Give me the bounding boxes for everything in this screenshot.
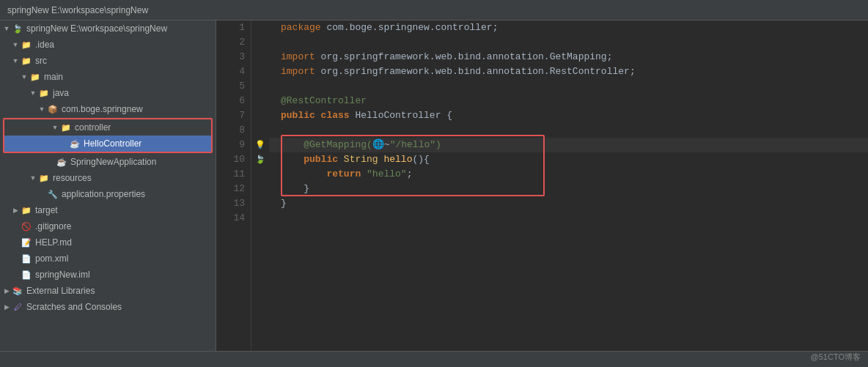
gutter-line	[251, 211, 269, 226]
sidebar-item-java[interactable]: 📁java	[0, 85, 216, 101]
tree-arrow	[38, 105, 45, 113]
folder-java-icon: 📁	[38, 87, 50, 99]
sidebar-item-label: main	[44, 72, 216, 82]
sidebar-item-label: springNew.iml	[35, 270, 216, 280]
sidebar-item-resources[interactable]: 📁resources	[0, 170, 216, 186]
code-line: }	[269, 182, 868, 196]
sidebar-highlight-box: 📁controller☕HelloController	[3, 118, 213, 153]
code-line	[269, 79, 868, 94]
line-number: 12	[216, 182, 245, 196]
sidebar-item-pomxml[interactable]: 📄pom.xml	[0, 251, 216, 267]
sidebar-item-extlibs[interactable]: 📚External Libraries	[0, 283, 216, 299]
line-number: 7	[216, 108, 245, 123]
folder-icon: 📁	[38, 172, 50, 184]
sidebar-item-helpmd[interactable]: 📝HELP.md	[0, 234, 216, 251]
tree-arrow	[3, 303, 10, 311]
line-number: 3	[216, 50, 245, 64]
line-number: 4	[216, 64, 245, 79]
sidebar-item-label: src	[35, 56, 216, 66]
tree-arrow	[47, 158, 54, 166]
gutter-line	[251, 21, 269, 35]
gutter-area: 💡🍃	[251, 21, 269, 351]
gutter-line	[251, 79, 269, 94]
line-number: 14	[216, 211, 245, 226]
sidebar-item-springNewIml[interactable]: 📄springNew.iml	[0, 267, 216, 283]
bottom-bar	[0, 351, 868, 367]
sidebar-item-main[interactable]: 📁main	[0, 69, 216, 85]
editor: 1234567891011121314 💡🍃 package com.boge.…	[216, 21, 868, 351]
tree-arrow	[3, 287, 10, 294]
sidebar-item-target[interactable]: 📁target	[0, 202, 216, 218]
sidebar-item-label: Scratches and Consoles	[26, 302, 216, 312]
extlib-icon: 📚	[12, 285, 23, 297]
spring-icon: 🍃	[12, 23, 23, 34]
title-bar: springNew E:\workspace\springNew	[0, 0, 868, 21]
gutter-line: 🍃	[251, 152, 269, 167]
sidebar-item-SpringNewApplication[interactable]: ☕SpringNewApplication	[0, 154, 216, 170]
java-icon: ☕	[69, 138, 81, 149]
sidebar-item-label: application.properties	[62, 189, 216, 199]
sidebar-item-label: .idea	[35, 40, 216, 50]
tree-arrow	[29, 89, 37, 97]
tree-arrow	[12, 239, 19, 246]
sidebar-item-src[interactable]: 📁src	[0, 53, 216, 69]
project-tree[interactable]: 🍃springNew E:\workspace\springNew📁.idea📁…	[0, 21, 216, 351]
title-bar-text: springNew E:\workspace\springNew	[7, 5, 148, 15]
line-number: 2	[216, 35, 245, 50]
sidebar-item-controller[interactable]: 📁controller	[4, 119, 211, 136]
gutter-line	[251, 196, 269, 211]
sidebar-item-idea[interactable]: 📁.idea	[0, 37, 216, 53]
sidebar-item-comboge[interactable]: 📦com.boge.springnew	[0, 101, 216, 117]
gutter-line	[251, 50, 269, 64]
line-number: 9	[216, 138, 245, 152]
sidebar-item-gitignore[interactable]: 🚫.gitignore	[0, 218, 216, 234]
sidebar-item-label: springNew E:\workspace\springNew	[26, 23, 216, 34]
watermark: @51CTO博客	[811, 352, 861, 363]
line-number: 5	[216, 79, 245, 94]
main-area: 🍃springNew E:\workspace\springNew📁.idea📁…	[0, 21, 868, 351]
sidebar-item-label: HELP.md	[35, 237, 216, 248]
sidebar-item-label: com.boge.springnew	[62, 104, 216, 114]
gutter-line	[251, 35, 269, 50]
sidebar-item-label: resources	[53, 173, 216, 183]
code-line	[269, 123, 868, 138]
code-area: package com.boge.springnew.controller;im…	[269, 21, 868, 351]
folder-icon: 📁	[21, 39, 32, 51]
tree-arrow	[12, 41, 19, 48]
properties-icon: 🔧	[47, 188, 59, 200]
folder-icon: 📁	[21, 204, 32, 216]
code-line: public class HelloController {	[269, 108, 868, 123]
folder-icon: 📁	[29, 71, 41, 83]
line-number: 6	[216, 94, 245, 108]
gitignore-icon: 🚫	[21, 220, 32, 232]
sidebar-item-label: HelloController	[84, 138, 211, 149]
md-icon: 📝	[21, 237, 32, 248]
java-icon: ☕	[56, 156, 67, 168]
sidebar-item-label: target	[35, 205, 216, 215]
code-line: public String hello(){	[269, 152, 868, 167]
gutter-line	[251, 123, 269, 138]
code-line: return "hello";	[269, 167, 868, 182]
sidebar-item-label: SpringNewApplication	[70, 157, 216, 167]
gutter-line	[251, 108, 269, 123]
sidebar-item-HelloController[interactable]: ☕HelloController	[4, 136, 211, 152]
tree-arrow	[38, 190, 45, 198]
sidebar-item-label: pom.xml	[35, 253, 216, 264]
gutter-line	[251, 64, 269, 79]
gutter-line	[251, 167, 269, 182]
line-number: 10	[216, 152, 245, 167]
tree-arrow	[51, 124, 59, 131]
sidebar-item-label: controller	[75, 122, 211, 133]
code-line: @RestController	[269, 94, 868, 108]
tree-arrow	[29, 174, 37, 182]
code-line: import org.springframework.web.bind.anno…	[269, 50, 868, 64]
folder-icon: 📁	[60, 122, 72, 133]
sidebar-item-appprops[interactable]: 🔧application.properties	[0, 186, 216, 202]
sidebar-item-scratches[interactable]: 🖊Scratches and Consoles	[0, 299, 216, 315]
line-number: 1	[216, 21, 245, 35]
gutter-line	[251, 94, 269, 108]
tree-arrow	[21, 73, 28, 81]
sidebar-item-springNew[interactable]: 🍃springNew E:\workspace\springNew	[0, 21, 216, 37]
line-number: 13	[216, 196, 245, 211]
line-numbers: 1234567891011121314	[216, 21, 251, 351]
